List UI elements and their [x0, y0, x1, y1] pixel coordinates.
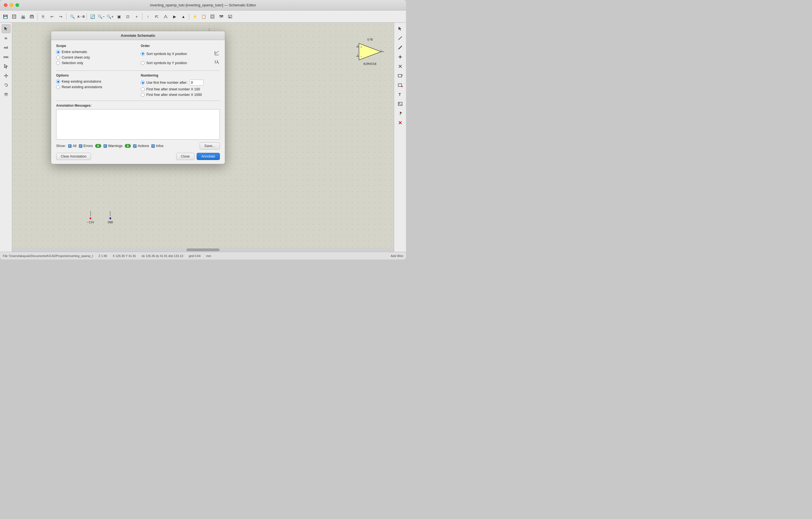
show-infos-option[interactable]: Infos	[151, 144, 164, 148]
sort-y-label: Sort symbols by Y position	[146, 61, 187, 65]
zoom-fit-button[interactable]: ▣	[115, 12, 123, 21]
scope-current-radio[interactable]	[56, 56, 60, 59]
redo-button[interactable]: ↪	[57, 12, 65, 21]
maximize-window-button[interactable]	[16, 3, 19, 7]
annotation-messages-area[interactable]	[56, 109, 220, 140]
svg-text:▶: ▶	[229, 16, 231, 18]
unit-mil-button[interactable]: mil	[2, 43, 10, 52]
gnd-symbol-2: ▼ GND	[108, 211, 113, 224]
show-actions-option[interactable]: Actions	[133, 144, 149, 148]
unit-in-button[interactable]: in	[2, 34, 10, 42]
first-free-number-option[interactable]: Use first free number after:	[141, 80, 220, 86]
clear-annotation-button[interactable]: Clear Annotation	[56, 153, 91, 160]
bus-button[interactable]	[2, 90, 10, 99]
select-tool-button[interactable]	[2, 24, 10, 33]
sheet-100-radio[interactable]	[141, 87, 145, 91]
save-button[interactable]: 💾	[1, 12, 9, 21]
show-errors-option[interactable]: Errors	[79, 144, 93, 148]
select-button[interactable]	[2, 62, 10, 71]
find-replace-button[interactable]: A→B	[77, 12, 85, 21]
svg-marker-16	[4, 75, 5, 76]
sim-button[interactable]: ▶	[226, 12, 234, 21]
horizontal-scrollbar[interactable]	[12, 248, 394, 252]
svg-rect-47	[398, 84, 402, 87]
search-button[interactable]: 🔍	[68, 12, 76, 21]
wire-tool[interactable]	[396, 34, 405, 42]
zoom-center-button[interactable]: +	[133, 12, 141, 21]
annotate-schematic-dialog: Annotate Schematic Scope	[51, 31, 225, 164]
separator-2	[66, 13, 67, 20]
copy-button[interactable]: ⎘	[39, 12, 47, 21]
sort-x-option[interactable]: Sort symbols by X position	[141, 52, 187, 56]
close-window-button[interactable]	[4, 3, 7, 7]
show-warnings-checkbox[interactable]	[104, 144, 107, 148]
svg-marker-12	[4, 27, 7, 31]
move-button[interactable]	[2, 71, 10, 80]
refresh-button[interactable]: 🔄	[88, 12, 96, 21]
pcb-button[interactable]	[208, 12, 216, 21]
svg-point-39	[399, 56, 401, 58]
sort-y-radio[interactable]	[141, 61, 145, 65]
zoom-selection-button[interactable]: ⊡	[124, 12, 132, 21]
bom-button[interactable]: 📋	[199, 12, 208, 21]
keep-annotations-option[interactable]: Keep existing annotations	[56, 80, 135, 84]
annotate-button[interactable]: Annotate	[197, 153, 220, 160]
sort-y-option[interactable]: Sort symbols by Y position	[141, 61, 187, 65]
sort-x-radio[interactable]	[141, 52, 145, 56]
svg-marker-22	[359, 43, 381, 60]
rotate-button[interactable]	[2, 81, 10, 90]
tool3-button[interactable]: ▶	[170, 12, 179, 21]
minimize-window-button[interactable]	[10, 3, 13, 7]
no-connect-tool[interactable]	[396, 62, 405, 71]
sheet-100-option[interactable]: First free after sheet number X 100	[141, 87, 220, 91]
scope-entire-option[interactable]: Entire schematic	[56, 50, 135, 54]
show-infos-checkbox[interactable]	[151, 144, 155, 148]
plot-button[interactable]	[28, 12, 36, 21]
add-netflag-tool[interactable]	[396, 109, 405, 118]
print-button[interactable]: 🖨️	[19, 12, 27, 21]
sheet-1000-option[interactable]: First free after sheet number X 1000	[141, 93, 220, 97]
tool4-button[interactable]: ▲	[179, 12, 187, 21]
scrollbar-thumb[interactable]	[186, 248, 220, 251]
delete-tool[interactable]	[396, 118, 405, 127]
close-button[interactable]: Close	[176, 153, 195, 160]
keep-annotations-radio[interactable]	[56, 80, 60, 84]
tool2-button[interactable]	[162, 12, 170, 21]
junction-tool[interactable]	[396, 53, 405, 61]
zoom-out-button[interactable]: 🔍−	[97, 12, 105, 21]
first-free-number-input[interactable]	[190, 80, 204, 86]
schematic-canvas[interactable]: ▼ −15V ▼ GND U?B	[12, 23, 406, 252]
scope-entire-radio[interactable]	[56, 50, 60, 54]
left-toolbar: in mil mm	[0, 23, 12, 252]
reset-annotations-radio[interactable]	[56, 85, 60, 89]
schematic-properties-button[interactable]	[10, 12, 18, 21]
cursor-tool[interactable]	[396, 24, 405, 33]
scope-current-option[interactable]: Current sheet only	[56, 56, 135, 59]
zoom-in-button[interactable]: 🔍+	[106, 12, 114, 21]
scope-selection-option[interactable]: Selection only	[56, 61, 135, 65]
show-all-checkbox[interactable]	[68, 144, 71, 148]
show-all-option[interactable]: All	[68, 144, 77, 148]
sheet-1000-radio[interactable]	[141, 93, 145, 97]
show-warnings-option[interactable]: Warnings	[104, 144, 122, 148]
scope-selection-radio[interactable]	[56, 61, 60, 65]
show-actions-checkbox[interactable]	[133, 144, 137, 148]
first-free-number-radio[interactable]	[141, 81, 145, 85]
hierarchy-button[interactable]: ↑	[144, 12, 152, 21]
tool1-button[interactable]	[153, 12, 161, 21]
bus-wire-tool[interactable]	[396, 43, 405, 52]
assign-footprints-button[interactable]: 🗺	[217, 12, 225, 21]
reset-annotations-option[interactable]: Reset existing annotations	[56, 85, 135, 89]
add-power-tool[interactable]	[396, 81, 405, 90]
add-symbol-tool[interactable]	[396, 71, 405, 80]
add-image-tool[interactable]	[396, 99, 405, 108]
first-free-row: Use first free number after:	[146, 80, 204, 86]
save-button[interactable]: Save...	[200, 142, 220, 150]
unit-mm-button[interactable]: mm	[2, 53, 10, 61]
undo-button[interactable]: ↩	[48, 12, 56, 21]
netlist-button[interactable]: ⚡	[191, 12, 199, 21]
add-text-tool[interactable]: T	[396, 90, 405, 99]
show-errors-checkbox[interactable]	[79, 144, 82, 148]
sort-y-icon	[214, 59, 220, 67]
svg-marker-14	[5, 74, 7, 74]
